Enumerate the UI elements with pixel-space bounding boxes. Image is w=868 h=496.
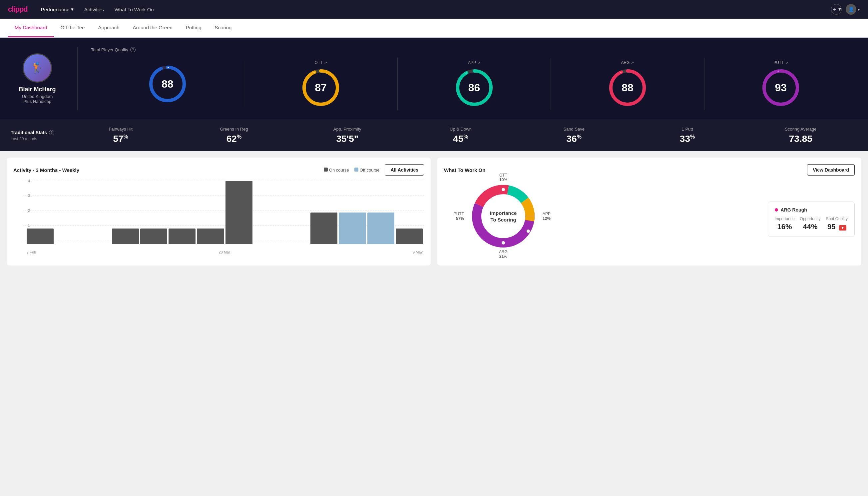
score-section: Total Player Quality ? 88 OTT ↗	[91, 47, 857, 110]
bar-group	[339, 213, 366, 244]
bars-container	[25, 181, 424, 244]
chevron-down-icon: ▾	[71, 6, 74, 12]
nav-activities[interactable]: Activities	[84, 7, 104, 12]
info-importance: Importance 16%	[775, 217, 795, 231]
stats-title: Traditional Stats	[11, 130, 47, 135]
oncourse-bar	[311, 213, 337, 244]
divider	[77, 47, 78, 110]
chevron-down-icon: ▾	[858, 7, 860, 12]
user-menu-button[interactable]: 👤 ▾	[846, 4, 860, 15]
tab-around-the-green[interactable]: Around the Green	[126, 19, 179, 37]
ring-arg: ARG ↗ 88	[551, 58, 704, 110]
chart-header: Activity - 3 Months - Weekly On course O…	[13, 164, 424, 175]
bar-group	[282, 244, 309, 244]
bar-group	[197, 229, 224, 245]
empty-bar	[254, 244, 281, 244]
tab-off-the-tee[interactable]: Off the Tee	[54, 19, 92, 37]
stat-greens: Greens In Reg 62%	[177, 127, 290, 144]
ring-putt-label: PUTT ↗	[773, 60, 788, 65]
player-avatar: 🏌️	[23, 53, 52, 83]
putt-label: PUTT 57%	[444, 212, 464, 221]
app-label: APP 12%	[542, 212, 563, 221]
ring-arg-label: ARG ↗	[621, 60, 634, 65]
traditional-stats-section: Traditional Stats ? Last 20 rounds Fairw…	[0, 120, 868, 151]
ring-app-value: 86	[468, 82, 480, 94]
bar-group	[140, 229, 167, 245]
add-button[interactable]: ＋ ▾	[831, 4, 842, 15]
oncourse-bar	[169, 229, 195, 245]
empty-bar	[83, 244, 110, 244]
oncourse-legend-dot	[324, 168, 328, 172]
tabs-bar: My Dashboard Off the Tee Approach Around…	[0, 19, 868, 37]
help-icon[interactable]: ?	[49, 130, 54, 135]
chart-legend: On course Off course	[324, 168, 380, 173]
oncourse-bar	[112, 229, 139, 245]
oncourse-bar	[140, 229, 167, 245]
tab-putting[interactable]: Putting	[179, 19, 208, 37]
donut-chart: ImportanceTo Scoring	[467, 180, 540, 253]
ring-arg-svg: 88	[607, 68, 647, 108]
stat-scoring-avg: Scoring Average 73.85	[744, 127, 857, 144]
ring-total-svg: 88	[147, 64, 188, 104]
offcourse-bar	[367, 213, 394, 244]
arrow-icon: ↗	[785, 61, 788, 65]
info-opportunity: Opportunity 44%	[800, 217, 821, 231]
bar-group	[311, 213, 337, 244]
info-card-dot	[775, 208, 778, 212]
empty-bar	[282, 244, 309, 244]
what-title: What To Work On	[444, 167, 485, 173]
offcourse-bar	[339, 213, 366, 244]
stats-subtitle: Last 20 rounds	[11, 137, 64, 141]
nav-performance[interactable]: Performance ▾	[41, 6, 74, 12]
help-icon[interactable]: ?	[130, 47, 136, 52]
player-country: United Kingdom	[22, 94, 53, 99]
bar-group	[254, 244, 281, 244]
bar-group	[367, 213, 394, 244]
ring-total: 88	[91, 61, 244, 107]
arrow-icon: ↗	[477, 61, 480, 65]
donut-section: OTT 10% PUTT 57%	[444, 180, 855, 259]
down-badge: ▼	[839, 225, 846, 231]
bar-group	[396, 229, 423, 245]
svg-point-20	[526, 230, 530, 233]
stat-proximity: App. Proximity 35'5"	[291, 127, 404, 144]
bar-group	[169, 229, 195, 245]
bar-group	[83, 244, 110, 244]
offcourse-legend-dot	[354, 168, 358, 172]
ring-app-label: APP ↗	[468, 60, 480, 65]
player-info: 🏌️ Blair McHarg United Kingdom Plus Hand…	[11, 53, 64, 104]
arrow-icon: ↗	[631, 61, 634, 65]
ring-putt-svg: 93	[761, 68, 801, 108]
arg-label: ARG 21%	[499, 249, 508, 259]
stat-fairways: Fairways Hit 57%	[64, 127, 177, 144]
oncourse-bar	[197, 229, 224, 245]
score-header: Total Player Quality ?	[91, 47, 857, 52]
all-activities-button[interactable]: All Activities	[385, 164, 424, 175]
bar-group	[55, 244, 82, 244]
ring-ott-label: OTT ↗	[315, 60, 327, 65]
donut-center-text: ImportanceTo Scoring	[490, 210, 517, 223]
ring-putt-value: 93	[775, 82, 787, 94]
what-to-work-on-card: What To Work On View Dashboard OTT 10% P…	[437, 158, 861, 265]
stat-sandsave: Sand Save 36%	[517, 127, 631, 144]
chart-area: 4 3 2 1 0 7 Feb 28 Mar 9 May	[13, 181, 424, 254]
player-handicap: Plus Handicap	[23, 99, 51, 104]
ring-ott: OTT ↗ 87	[244, 58, 397, 110]
stat-1putt: 1 Putt 33%	[631, 127, 744, 144]
tab-approach[interactable]: Approach	[91, 19, 126, 37]
stats-label: Traditional Stats ? Last 20 rounds	[11, 130, 64, 141]
top-nav: clippd Performance ▾ Activities What To …	[0, 0, 868, 19]
score-rings: 88 OTT ↗ 87	[91, 58, 857, 110]
nav-links: Performance ▾ Activities What To Work On	[41, 6, 831, 12]
oncourse-bar	[396, 229, 423, 245]
ring-ott-value: 87	[315, 82, 327, 94]
info-card: ARG Rough Importance 16% Opportunity 44%…	[768, 202, 855, 237]
tab-my-dashboard[interactable]: My Dashboard	[8, 19, 54, 37]
oncourse-bar	[27, 229, 53, 245]
view-dashboard-button[interactable]: View Dashboard	[807, 164, 855, 175]
ring-arg-value: 88	[621, 82, 633, 94]
chart-title: Activity - 3 Months - Weekly	[13, 167, 79, 173]
svg-point-19	[502, 188, 505, 191]
nav-what-to-work-on[interactable]: What To Work On	[114, 7, 154, 12]
tab-scoring[interactable]: Scoring	[208, 19, 238, 37]
